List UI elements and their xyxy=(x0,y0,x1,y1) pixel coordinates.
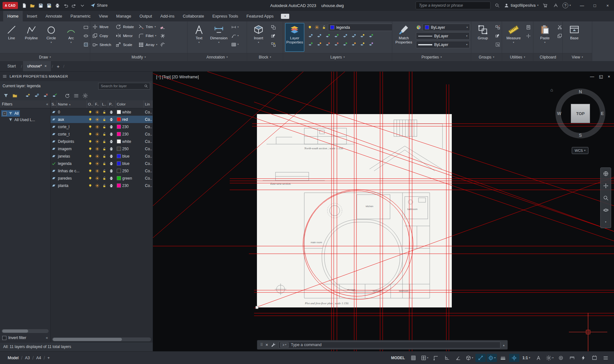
bulb-button[interactable] xyxy=(307,24,313,31)
move-button[interactable]: Move xyxy=(92,23,111,31)
viewport-menu[interactable]: [−] xyxy=(156,75,161,79)
ribbon-tab-output[interactable]: Output xyxy=(135,11,156,21)
scrollbar-thumb[interactable] xyxy=(2,329,28,333)
layer-on-icon[interactable] xyxy=(88,125,92,129)
linetype-dropdown[interactable]: ByLayer▾ xyxy=(416,32,470,40)
group-edit-button[interactable] xyxy=(495,32,500,39)
ltool-change-button[interactable] xyxy=(350,41,357,48)
dimension-style-button[interactable]: ▾ xyxy=(231,24,239,31)
viewport-close-icon[interactable]: × xyxy=(608,74,610,79)
scrollbar-thumb[interactable] xyxy=(53,338,122,341)
view-control[interactable]: [Top] xyxy=(162,75,171,79)
layer-row-planta[interactable]: planta230Co... xyxy=(51,182,153,189)
layer-plot-icon[interactable] xyxy=(109,154,114,159)
rectangle-button[interactable]: ▾ xyxy=(83,24,90,31)
ungroup-button[interactable] xyxy=(495,24,500,31)
ribbon-tab-parametric[interactable]: Parametric xyxy=(66,11,95,21)
referenced-image[interactable]: North-south section ; scale 1:150. East-… xyxy=(257,114,452,307)
copy-button[interactable]: Copy xyxy=(92,32,111,40)
line-button[interactable]: Line xyxy=(2,23,21,52)
redo-button[interactable] xyxy=(70,2,78,9)
lockopen-button[interactable] xyxy=(321,24,327,31)
layer-plot-icon[interactable] xyxy=(109,183,114,188)
layer-on-icon[interactable] xyxy=(88,183,92,188)
panel-label-properties[interactable]: Properties▾ xyxy=(392,53,471,61)
mirror-button[interactable]: Mirror xyxy=(116,32,134,40)
layer-lock-icon[interactable] xyxy=(102,147,107,151)
new-drawing-button[interactable]: + xyxy=(54,61,62,71)
save-button[interactable] xyxy=(37,2,45,9)
layer-freeze-icon[interactable] xyxy=(95,110,100,114)
drawing-canvas[interactable]: [−] [Top] [2D Wireframe] — ◱ × xyxy=(153,72,614,351)
layer-lock-icon[interactable] xyxy=(102,154,107,159)
layer-plot-icon[interactable] xyxy=(109,161,114,166)
layer-color-swatch[interactable] xyxy=(117,110,121,114)
layer-row-0[interactable]: 0whiteCo... xyxy=(51,108,153,116)
ltool-freeze-button[interactable] xyxy=(324,32,331,39)
invert-filter-checkbox[interactable] xyxy=(2,336,6,340)
layer-color-swatch[interactable] xyxy=(117,176,121,180)
workspace-switching-toggle[interactable]: ▾ xyxy=(545,354,555,362)
collapse-icon[interactable]: « xyxy=(46,336,48,340)
close-command-line-icon[interactable]: × xyxy=(266,342,268,347)
ribbon-tab-manage[interactable]: Manage xyxy=(112,11,135,21)
layer-plot-icon[interactable] xyxy=(109,147,114,151)
layer-lock-icon[interactable] xyxy=(102,139,107,144)
drag-handle-icon[interactable]: ⠿ xyxy=(260,343,263,347)
layer-color-swatch[interactable] xyxy=(117,117,121,121)
group-button[interactable]: Group xyxy=(473,23,492,52)
quick-calculator-button[interactable] xyxy=(526,24,531,31)
layer-freeze-icon[interactable] xyxy=(95,147,100,151)
layer-row-linhas-de-c[interactable]: linhas de c...250Co... xyxy=(51,167,153,174)
close-button[interactable]: × xyxy=(601,0,614,11)
layer-settings-list-button[interactable] xyxy=(72,92,80,99)
panel-label-groups[interactable]: Groups▾ xyxy=(471,53,502,61)
layer-lock-icon[interactable] xyxy=(102,110,107,114)
layer-on-icon[interactable] xyxy=(88,147,92,151)
panel-label-view[interactable]: View▾ xyxy=(563,53,592,61)
layer-freeze-icon[interactable] xyxy=(95,183,100,188)
column-header-color[interactable]: Color xyxy=(116,100,144,108)
scale-button[interactable]: Scale xyxy=(116,41,134,49)
wcs-button[interactable]: WCS ▾ xyxy=(572,147,588,154)
trim-button[interactable]: Trim▾ xyxy=(138,23,157,31)
layout-tab-model[interactable]: Model xyxy=(5,356,21,360)
ribbon-tab-collaborate[interactable]: Collaborate xyxy=(179,11,208,21)
sun-button[interactable] xyxy=(314,24,320,31)
layer-color-swatch[interactable] xyxy=(117,161,121,166)
infer-constraints-toggle[interactable] xyxy=(431,354,441,362)
object-snap-toggle[interactable]: ▾ xyxy=(487,354,497,362)
zoom-button[interactable] xyxy=(602,194,610,202)
layer-on-icon[interactable] xyxy=(88,161,92,166)
layer-plot-icon[interactable] xyxy=(109,125,114,129)
layer-plot-icon[interactable] xyxy=(109,132,114,136)
app-store-button[interactable] xyxy=(541,2,549,9)
graphics-performance-toggle[interactable] xyxy=(578,354,588,362)
edit-block-button[interactable] xyxy=(271,32,276,39)
palette-title-bar[interactable]: LAYER PROPERTIES MANAGER xyxy=(0,72,153,81)
lineweight-dropdown[interactable]: ByLayer▾ xyxy=(416,41,470,48)
layer-on-icon[interactable] xyxy=(88,169,92,173)
layer-on-icon[interactable] xyxy=(88,139,92,144)
offset-button[interactable] xyxy=(160,41,165,48)
new-layer-vp-frozen-button[interactable] xyxy=(33,92,41,99)
layer-color-swatch[interactable] xyxy=(117,147,121,151)
circle-button[interactable]: Circle▾ xyxy=(42,23,61,52)
layer-color-swatch[interactable] xyxy=(117,169,121,173)
layer-dropdown[interactable]: legenda▾ xyxy=(328,24,392,31)
arc-button[interactable]: Arc▾ xyxy=(61,23,81,52)
open-file-button[interactable] xyxy=(29,2,36,9)
ltool-unlock-button[interactable] xyxy=(333,41,340,48)
layer-row-corte-t[interactable]: corte_t230Co... xyxy=(51,130,153,138)
layer-row-defpoints[interactable]: DefpointswhiteCo... xyxy=(51,138,153,145)
leader-button[interactable]: ▾ xyxy=(231,32,239,39)
ribbon-tab-add-ins[interactable]: Add-ins xyxy=(156,11,179,21)
column-header-l[interactable]: L.. xyxy=(101,100,108,108)
layer-on-icon[interactable] xyxy=(88,154,92,159)
ribbon-tab-annotate[interactable]: Annotate xyxy=(41,11,66,21)
autodesk-account-button[interactable] xyxy=(552,2,560,9)
ltool-thaw-button[interactable] xyxy=(324,41,331,48)
model-space-toggle[interactable]: MODEL xyxy=(389,356,407,360)
account-menu[interactable]: tiagofilipesilva ▾ xyxy=(504,3,538,8)
autocad-logo[interactable]: A CAD xyxy=(3,2,18,9)
